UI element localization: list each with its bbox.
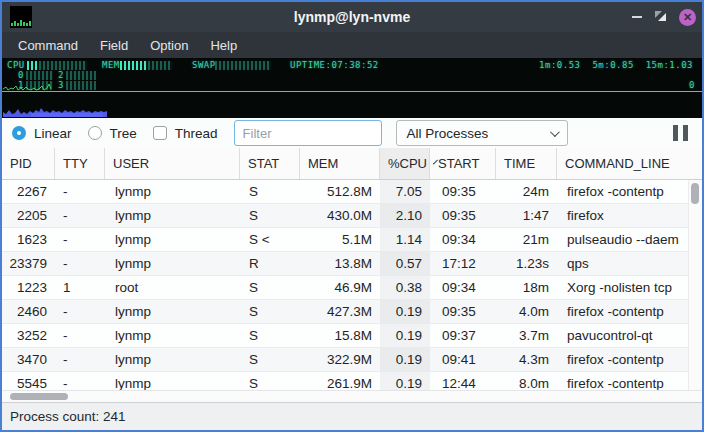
horizontal-scrollbar-thumb[interactable] (10, 393, 68, 400)
table-row[interactable]: 2205 - lynmp S 430.0M 2.10 09:35 1:47 fi… (2, 204, 688, 228)
zero-label: 0 (689, 81, 695, 90)
header-command-line[interactable]: COMMAND_LINE (557, 148, 702, 179)
swap-label: SWAP (192, 61, 216, 70)
table-row[interactable]: 5545 - lynmp S 261.9M 0.19 12:44 8.0m fi… (2, 372, 688, 390)
linear-label[interactable]: Linear (34, 126, 72, 141)
statusbar: Process count: 241 (2, 402, 702, 430)
header-mem[interactable]: MEM (300, 148, 380, 179)
vertical-scrollbar-thumb[interactable] (691, 183, 699, 204)
load-average-text: 1m:0.53 5m:0.85 15m:1.03 (539, 61, 693, 70)
menubar: Command Field Option Help (2, 32, 702, 58)
core0-label: 0 (18, 71, 24, 80)
load-history-graph (3, 102, 107, 117)
cpu-meter (27, 61, 87, 70)
filter-input[interactable] (234, 120, 382, 146)
table-row[interactable]: 2267 - lynmp S 512.8M 7.05 09:35 24m fir… (2, 180, 688, 204)
header-tty[interactable]: TTY (55, 148, 105, 179)
app-icon (10, 6, 32, 28)
process-scope-dropdown[interactable]: All Processes (396, 120, 568, 146)
header-pid[interactable]: PID (2, 148, 55, 179)
table-row[interactable]: 3470 - lynmp S 322.9M 0.19 09:41 4.3m fi… (2, 348, 688, 372)
thread-checkbox[interactable] (153, 126, 167, 140)
menu-option[interactable]: Option (140, 35, 198, 56)
pause-button[interactable] (673, 125, 692, 141)
close-icon[interactable]: ✕ (679, 9, 696, 26)
table-row[interactable]: 1623 - lynmp S < 5.1M 1.14 09:34 21m pul… (2, 228, 688, 252)
process-scope-value: All Processes (407, 126, 489, 141)
restore-icon[interactable] (654, 8, 667, 26)
tree-radio[interactable] (88, 126, 102, 140)
chevron-down-icon (550, 127, 560, 137)
menu-command[interactable]: Command (8, 35, 88, 56)
core3-label: 3 (58, 81, 64, 90)
header-user[interactable]: USER (105, 148, 240, 179)
minimize-icon[interactable] (632, 16, 642, 18)
core2-meter (66, 71, 96, 80)
core0-meter (26, 71, 53, 80)
toolbar: Linear Tree Thread All Processes (2, 118, 702, 148)
core3-meter (66, 81, 96, 90)
header-time[interactable]: TIME (496, 148, 557, 179)
horizontal-scrollbar[interactable] (2, 390, 702, 402)
table-row[interactable]: 3252 - lynmp S 15.8M 0.19 09:37 3.7m pav… (2, 324, 688, 348)
table-row[interactable]: 2460 - lynmp S 427.3M 0.19 09:35 4.0m fi… (2, 300, 688, 324)
linear-radio[interactable] (12, 126, 26, 140)
mem-label: MEM (102, 61, 120, 70)
header-start[interactable]: START (430, 148, 496, 179)
cpu-label: CPU (7, 61, 25, 70)
menu-help[interactable]: Help (200, 35, 247, 56)
table-rows: 2267 - lynmp S 512.8M 7.05 09:35 24m fir… (2, 180, 688, 390)
swap-meter (215, 61, 271, 70)
header-cpu[interactable]: %CPU (380, 148, 430, 179)
table-header: PID TTY USER STAT MEM %CPU START TIME CO… (2, 148, 702, 180)
header-stat[interactable]: STAT (240, 148, 300, 179)
titlebar[interactable]: lynmp@lyn-nvme ✕ (2, 2, 702, 32)
app-window: lynmp@lyn-nvme ✕ Command Field Option He… (0, 0, 704, 432)
thread-label[interactable]: Thread (175, 126, 218, 141)
table-row[interactable]: 1223 1 root S 46.9M 0.38 09:34 18m Xorg … (2, 276, 688, 300)
vertical-scrollbar[interactable] (688, 180, 702, 390)
tree-label[interactable]: Tree (110, 126, 137, 141)
uptime-text: UPTIME:07:38:52 (290, 61, 379, 70)
process-table: 2267 - lynmp S 512.8M 7.05 09:35 24m fir… (2, 180, 702, 390)
table-row[interactable]: 23379 - lynmp R 13.8M 0.57 17:12 1.23s q… (2, 252, 688, 276)
mem-meter (120, 61, 172, 70)
monitor-separator (2, 91, 702, 92)
window-title: lynmp@lyn-nvme (2, 9, 702, 25)
process-count-text: Process count: 241 (10, 409, 126, 424)
system-monitor: CPU MEM SWAP UPTIME:07:38:52 1m:0.53 5m:… (2, 58, 702, 118)
core2-label: 2 (58, 71, 64, 80)
menu-field[interactable]: Field (90, 35, 138, 56)
